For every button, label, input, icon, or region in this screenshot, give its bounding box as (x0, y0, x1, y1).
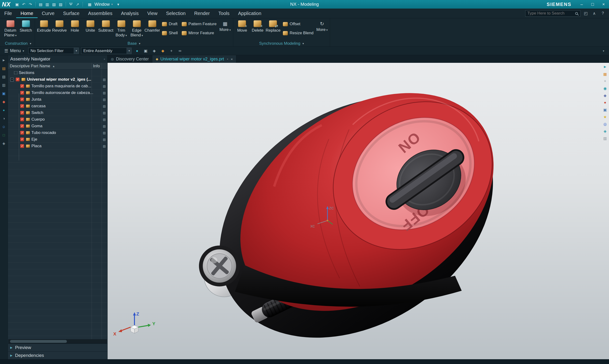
offset-region-button[interactable]: Offset (283, 20, 313, 28)
history-icon[interactable]: ◑ (3, 116, 5, 121)
component-checkbox[interactable]: ✓ (20, 117, 24, 121)
constraint-navigator-icon[interactable]: ▤ (2, 66, 5, 71)
menu-tools[interactable]: Tools (214, 9, 234, 18)
highlight-icon[interactable]: ● (134, 49, 140, 53)
work-layer-icon[interactable]: ▣ (143, 49, 149, 53)
component-checkbox[interactable]: ✓ (20, 84, 24, 88)
info-note-icon[interactable]: ▤ (103, 124, 106, 128)
grid-icon[interactable]: ▥ (603, 136, 607, 141)
expand-icon[interactable]: + (604, 79, 606, 83)
info-note-icon[interactable]: ▤ (103, 131, 106, 135)
toolbar-options-icon[interactable]: ▾ (603, 49, 607, 52)
menu-application[interactable]: Application (234, 9, 265, 18)
menu-selection[interactable]: Selection (162, 9, 190, 18)
info-note-icon[interactable]: ▤ (103, 144, 106, 148)
clipboard-icon[interactable]: ▧ (51, 1, 57, 7)
shapes-icon[interactable]: ◆ (604, 93, 606, 98)
reuse-library-icon[interactable]: ▥ (2, 83, 5, 87)
assembly-navigator-icon[interactable]: ► (2, 58, 6, 62)
tree-row-part[interactable]: ✓ Tubo roscado ▤ (8, 130, 107, 136)
resize-blend-button[interactable]: Resize Blend (283, 29, 313, 37)
more-sync-button[interactable]: ↻ More▾ (315, 20, 329, 33)
menu-analysis[interactable]: Analysis (117, 9, 143, 18)
tree-row-sections[interactable]: Sections (8, 69, 107, 76)
info-note-icon[interactable]: ▤ (103, 91, 106, 95)
info-note-icon[interactable]: ▤ (103, 84, 106, 88)
info-note-icon[interactable]: ▤ (103, 98, 106, 101)
search-icon[interactable] (575, 12, 578, 15)
selection-filter-dropdown[interactable]: No Selection Filter ▾ (28, 48, 79, 54)
preview-panel-toggle[interactable]: ▶ Preview (8, 344, 107, 351)
component-checkbox[interactable]: ✓ (20, 138, 24, 141)
diamond-icon[interactable]: ◈ (604, 129, 606, 133)
pattern-feature-button[interactable]: Pattern Feature (182, 20, 217, 28)
tree-row-part[interactable]: ✓ Tornillo para maquinaria de cab... ▤ (8, 83, 107, 90)
target-icon[interactable]: ◉ (604, 86, 607, 91)
column-info[interactable]: Info (93, 64, 100, 68)
trim-body-button[interactable]: Trim Body▾ (114, 20, 129, 38)
unite-button[interactable]: Unite (83, 20, 98, 34)
info-note-icon[interactable]: ▤ (103, 118, 106, 121)
snap-point-icon[interactable]: ◆ (160, 49, 166, 53)
share-icon[interactable]: ↗ (75, 1, 81, 7)
pair-icon[interactable]: ∞ (177, 49, 183, 53)
redo-icon[interactable]: ↷ (27, 1, 34, 7)
part-navigator-icon[interactable]: ▧ (2, 75, 5, 79)
chamfer-button[interactable]: Chamfer (145, 20, 160, 34)
menu-curve[interactable]: Curve (38, 9, 59, 18)
window-menu-button[interactable]: ▦ Window ▾ (85, 1, 115, 7)
menu-file[interactable]: File (0, 9, 16, 18)
tree-row-part[interactable]: ✓ Junta ▤ (8, 96, 107, 103)
revolve-button[interactable]: Revolve (52, 20, 67, 34)
favorites-icon[interactable]: ★ (603, 115, 607, 119)
undo-icon[interactable]: ↶ (21, 1, 27, 7)
search-input[interactable] (526, 11, 575, 16)
maximize-button[interactable]: □ (587, 0, 598, 9)
component-checkbox[interactable]: ✓ (20, 91, 24, 95)
hole-button[interactable]: Hole (67, 20, 83, 34)
tree-row-part[interactable]: ✓ Placa ▤ (8, 143, 107, 149)
more-base-button[interactable]: ▦ More▾ (218, 20, 232, 33)
graphics-viewport[interactable]: ON OFF (107, 63, 609, 359)
help-icon[interactable]: ? (599, 11, 606, 16)
group-label-synchronous-modeling[interactable]: Synchronous Modeling ▾ (234, 40, 329, 46)
sphere-icon[interactable]: ◎ (604, 122, 607, 126)
tab-part-file[interactable]: ◆ Universal wiper motor v2_iges.prt ▫ × (152, 55, 236, 63)
move-face-button[interactable]: + Move (234, 20, 250, 34)
component-checkbox[interactable]: ✓ (20, 144, 24, 148)
system-scene-icon[interactable]: □ (3, 133, 5, 137)
web-browser-icon[interactable]: ◆ (2, 100, 5, 104)
tree-row-assembly[interactable]: − ✓ Universal wiper motor v2_iges (... ▤ (8, 76, 107, 83)
extrude-button[interactable]: Extrude (36, 20, 52, 34)
info-note-icon[interactable]: ▤ (103, 111, 106, 115)
column-descriptive-part-name[interactable]: Descriptive Part Name ▲ (8, 64, 55, 68)
record-icon[interactable]: ● (604, 100, 606, 105)
qat-customize-icon[interactable]: ▾ (115, 1, 121, 7)
component-checkbox[interactable]: ✓ (16, 78, 20, 81)
save-icon[interactable]: ▣ (14, 1, 20, 7)
display-grid-icon[interactable]: ▦ (603, 72, 607, 76)
paste-icon[interactable]: ▥ (44, 1, 51, 7)
point-icon[interactable]: + (168, 49, 174, 53)
shell-button[interactable]: Shell (162, 29, 178, 37)
tab-close-icon[interactable]: × (231, 57, 233, 61)
info-note-icon[interactable]: ▤ (103, 138, 106, 141)
phillips-screw[interactable] (199, 246, 240, 286)
tree-row-part[interactable]: ✓ Tornillo autorroscante de cabeza... ▤ (8, 90, 107, 96)
mic-icon[interactable]: Ψ (68, 1, 74, 7)
touch-mode-icon[interactable]: ◈ (2, 141, 5, 146)
collapse-ribbon-icon[interactable]: ∧ (591, 11, 597, 16)
roles-icon[interactable]: ☺ (2, 125, 5, 129)
info-note-icon[interactable]: ▤ (103, 104, 106, 108)
subtract-button[interactable]: Subtract (98, 20, 114, 34)
menu-button[interactable]: ☰ Menu ▾ (2, 48, 26, 54)
menu-home[interactable]: Home (16, 9, 37, 18)
menu-assemblies[interactable]: Assemblies (84, 9, 117, 18)
menu-render[interactable]: Render (190, 9, 214, 18)
group-label-construction[interactable]: Construction ▾ (3, 40, 34, 46)
delete-face-button[interactable]: × Delete (250, 20, 265, 34)
info-note-icon[interactable]: ▤ (103, 78, 106, 81)
close-button[interactable]: × (598, 0, 609, 9)
dependencies-panel-toggle[interactable]: ▶ Dependencies (8, 351, 107, 359)
datum-plane-button[interactable]: Datum Plane▾ (3, 20, 18, 38)
